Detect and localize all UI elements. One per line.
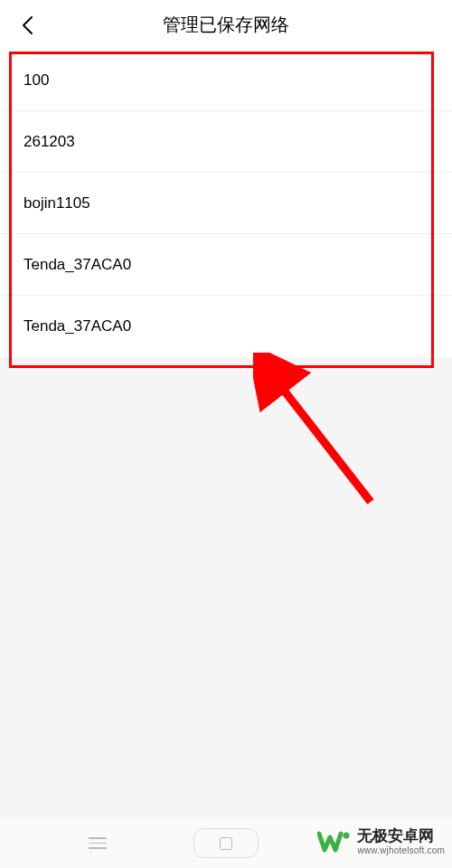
watermark-url: www.wjhotelsoft.com bbox=[357, 845, 445, 855]
menu-icon bbox=[89, 837, 107, 849]
saved-network-list: 100 261203 bojin1105 Tenda_37ACA0 Tenda_… bbox=[0, 50, 452, 357]
back-button[interactable] bbox=[16, 14, 38, 36]
chevron-left-icon bbox=[21, 15, 33, 35]
network-item[interactable]: bojin1105 bbox=[0, 173, 452, 234]
network-item[interactable]: 100 bbox=[0, 50, 452, 111]
network-name: bojin1105 bbox=[24, 194, 90, 212]
watermark-name: 无极安卓网 bbox=[357, 828, 445, 845]
network-name: 261203 bbox=[24, 133, 75, 151]
network-item[interactable]: Tenda_37ACA0 bbox=[0, 234, 452, 296]
nav-menu-button[interactable] bbox=[71, 827, 125, 860]
nav-home-button[interactable] bbox=[193, 828, 259, 858]
network-name: Tenda_37ACA0 bbox=[24, 317, 131, 335]
network-item[interactable]: Tenda_37ACA0 bbox=[0, 296, 452, 357]
svg-line-1 bbox=[276, 380, 371, 502]
svg-point-2 bbox=[344, 833, 350, 839]
watermark-text: 无极安卓网 www.wjhotelsoft.com bbox=[357, 828, 445, 855]
network-name: Tenda_37ACA0 bbox=[24, 256, 131, 274]
network-item[interactable]: 261203 bbox=[0, 111, 452, 173]
network-name: 100 bbox=[24, 71, 49, 90]
watermark: 无极安卓网 www.wjhotelsoft.com bbox=[317, 826, 445, 857]
annotation-arrow bbox=[253, 353, 389, 515]
home-icon bbox=[220, 837, 232, 850]
page-title: 管理已保存网络 bbox=[0, 13, 452, 37]
watermark-logo-icon bbox=[317, 826, 352, 857]
header-bar: 管理已保存网络 bbox=[0, 0, 452, 50]
